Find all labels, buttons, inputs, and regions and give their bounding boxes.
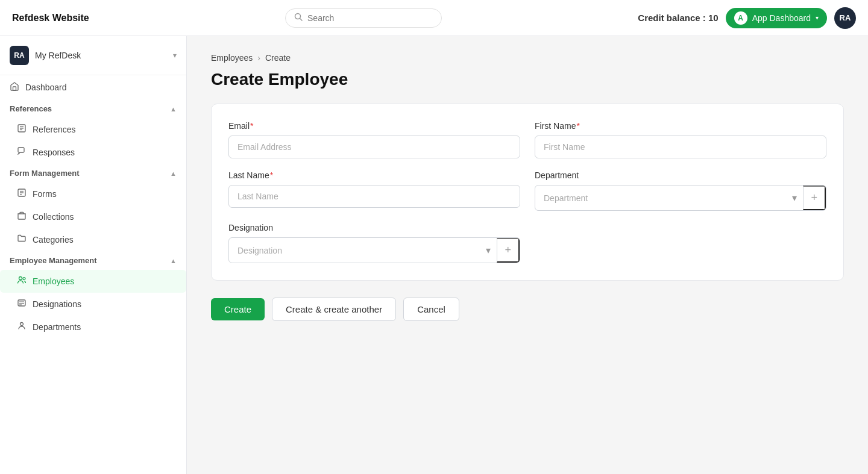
sidebar-item-forms[interactable]: Forms (0, 182, 186, 205)
sidebar-section-references[interactable]: References ▲ (0, 99, 186, 118)
designation-select-wrapper: Designation ▾ + (228, 237, 520, 263)
cancel-button[interactable]: Cancel (403, 298, 459, 321)
sidebar-item-collections[interactable]: Collections (0, 205, 186, 228)
designation-add-button[interactable]: + (497, 238, 520, 263)
department-label: Department (535, 170, 826, 180)
sidebar-item-references[interactable]: References (0, 118, 186, 141)
sidebar-collections-label: Collections (33, 212, 74, 222)
chevron-down-icon: ▾ (816, 14, 819, 21)
svg-rect-7 (18, 148, 24, 152)
collections-icon (17, 211, 27, 223)
references-icon (17, 123, 27, 136)
references-section-title: References (10, 104, 52, 113)
designations-icon (17, 298, 27, 310)
sidebar-forms-label: Forms (33, 189, 57, 199)
sidebar-employees-label: Employees (33, 276, 74, 286)
email-label: Email* (228, 121, 520, 131)
employee-management-chevron-icon: ▲ (170, 257, 177, 264)
create-another-button[interactable]: Create & create another (272, 298, 396, 321)
form-actions: Create Create & create another Cancel (211, 298, 844, 321)
sidebar-departments-label: Departments (33, 322, 81, 332)
sidebar-avatar: RA (10, 46, 29, 65)
svg-rect-2 (13, 87, 16, 90)
app-dashboard-button[interactable]: A App Dashboard ▾ (726, 8, 827, 28)
sidebar-item-responses[interactable]: Responses (0, 141, 186, 164)
sidebar-item-categories[interactable]: Categories (0, 228, 186, 251)
firstname-field-group: First Name* (535, 121, 826, 158)
department-field-group: Department Department ▾ + (535, 170, 826, 211)
sidebar-username: My RefDesk (35, 51, 81, 60)
firstname-label: First Name* (535, 121, 826, 131)
department-chevron-icon: ▾ (786, 192, 803, 204)
sidebar-categories-label: Categories (33, 235, 74, 245)
email-field-group: Email* (228, 121, 520, 158)
form-management-section-title: Form Management (10, 169, 80, 178)
designation-label: Designation (228, 223, 520, 232)
svg-point-13 (23, 278, 25, 280)
sidebar-user-chevron: ▾ (173, 51, 177, 60)
sidebar-designations-label: Designations (33, 299, 81, 309)
breadcrumb-create: Create (265, 53, 291, 63)
categories-icon (17, 234, 27, 246)
home-icon (10, 81, 19, 93)
sidebar-dashboard-label: Dashboard (25, 83, 67, 92)
app-logo: Refdesk Website (12, 13, 89, 23)
forms-icon (17, 188, 27, 200)
designation-chevron-icon: ▾ (480, 245, 497, 256)
department-add-button[interactable]: + (803, 186, 826, 210)
sidebar-references-label: References (33, 125, 76, 134)
search-input[interactable] (307, 13, 433, 23)
app-dashboard-icon: A (734, 11, 747, 25)
create-button[interactable]: Create (211, 298, 265, 320)
email-input[interactable] (228, 136, 520, 158)
lastname-input[interactable] (228, 185, 520, 208)
app-dashboard-label: App Dashboard (752, 13, 811, 23)
svg-line-1 (300, 18, 303, 20)
create-employee-form: Email* First Name* Las (211, 104, 844, 281)
responses-icon (17, 146, 27, 158)
designation-field-group: Designation Designation ▾ + (228, 223, 520, 263)
department-select-wrapper: Department ▾ + (535, 185, 826, 211)
employee-management-section-title: Employee Management (10, 256, 97, 265)
main-content: Employees › Create Create Employee Email… (187, 36, 868, 474)
avatar[interactable]: RA (834, 7, 856, 29)
lastname-label: Last Name* (228, 170, 520, 180)
lastname-field-group: Last Name* (228, 170, 520, 211)
sidebar-item-departments[interactable]: Departments (0, 316, 186, 338)
svg-point-12 (19, 277, 22, 280)
search-icon (294, 13, 303, 23)
references-chevron-icon: ▲ (170, 105, 177, 113)
page-title: Create Employee (211, 70, 844, 89)
firstname-input[interactable] (535, 136, 826, 158)
departments-icon (17, 321, 27, 333)
sidebar-user[interactable]: RA My RefDesk ▾ (0, 36, 186, 75)
form-management-chevron-icon: ▲ (170, 170, 177, 177)
breadcrumb-separator: › (257, 53, 260, 63)
sidebar-item-dashboard[interactable]: Dashboard (0, 75, 186, 99)
designation-select[interactable]: Designation (229, 240, 480, 261)
header-right: Credit balance : 10 A App Dashboard ▾ RA (638, 7, 856, 29)
sidebar-section-form-management[interactable]: Form Management ▲ (0, 164, 186, 182)
svg-point-18 (20, 323, 24, 326)
sidebar-section-employee-management[interactable]: Employee Management ▲ (0, 251, 186, 270)
sidebar-item-designations[interactable]: Designations (0, 293, 186, 316)
breadcrumb-employees[interactable]: Employees (211, 53, 253, 63)
search-container (285, 8, 442, 28)
credit-balance: Credit balance : 10 (638, 13, 718, 23)
department-select[interactable]: Department (535, 187, 786, 209)
employees-icon (17, 275, 27, 287)
breadcrumb: Employees › Create (211, 53, 844, 63)
sidebar-responses-label: Responses (33, 148, 75, 157)
sidebar: RA My RefDesk ▾ Dashboard References ▲ (0, 36, 187, 474)
sidebar-item-employees[interactable]: Employees (0, 270, 186, 293)
